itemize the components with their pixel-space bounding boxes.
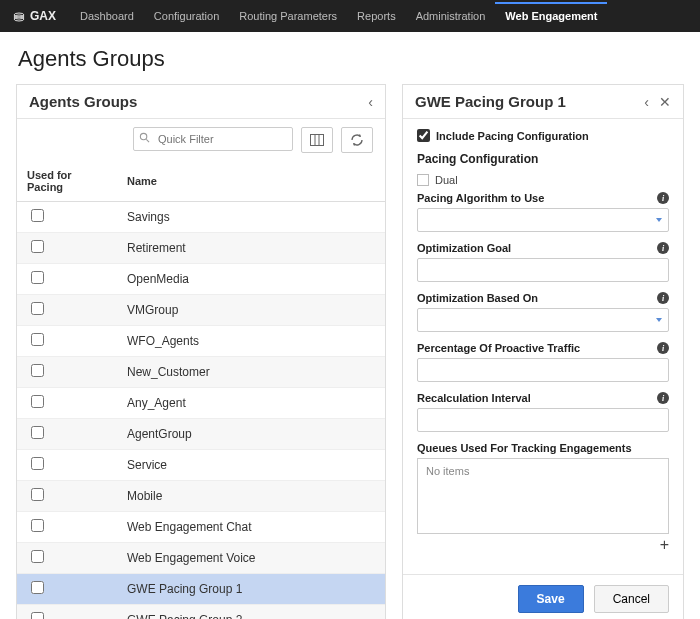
table-row[interactable]: Savings: [17, 202, 385, 233]
goal-input[interactable]: [417, 258, 669, 282]
table-row[interactable]: Service: [17, 450, 385, 481]
row-checkbox[interactable]: [31, 271, 44, 284]
pacing-group-panel: GWE Pacing Group 1 ‹ ✕ Include Pacing Co…: [402, 84, 684, 619]
row-name: New_Customer: [117, 357, 385, 388]
nav-links: DashboardConfigurationRouting Parameters…: [70, 2, 607, 30]
search-input[interactable]: [133, 127, 293, 151]
table-row[interactable]: New_Customer: [17, 357, 385, 388]
queues-empty-text: No items: [426, 465, 469, 477]
close-icon[interactable]: ✕: [659, 95, 671, 109]
goal-label: Optimization Goal: [417, 242, 511, 254]
brand: GAX: [12, 9, 56, 24]
row-name: VMGroup: [117, 295, 385, 326]
recalc-input[interactable]: [417, 408, 669, 432]
collapse-left-icon[interactable]: ‹: [368, 95, 373, 109]
dual-checkbox[interactable]: [417, 174, 429, 186]
row-checkbox[interactable]: [31, 364, 44, 377]
row-name: Web Engagement Voice: [117, 543, 385, 574]
search-icon: [139, 132, 150, 145]
svg-point-3: [140, 133, 146, 139]
row-name: Retirement: [117, 233, 385, 264]
nav-web-engagement[interactable]: Web Engagement: [495, 2, 607, 30]
table-row[interactable]: GWE Pacing Group 2: [17, 605, 385, 620]
table-row[interactable]: GWE Pacing Group 1: [17, 574, 385, 605]
row-name: OpenMedia: [117, 264, 385, 295]
percentage-label: Percentage Of Proactive Traffic: [417, 342, 580, 354]
add-queue-button[interactable]: +: [417, 534, 669, 558]
info-icon[interactable]: i: [657, 192, 669, 204]
svg-line-4: [146, 139, 149, 142]
collapse-right-icon[interactable]: ‹: [644, 95, 649, 109]
info-icon[interactable]: i: [657, 342, 669, 354]
based-on-select[interactable]: [417, 308, 669, 332]
row-name: Any_Agent: [117, 388, 385, 419]
table-row[interactable]: Web Engagement Voice: [17, 543, 385, 574]
row-name: AgentGroup: [117, 419, 385, 450]
row-checkbox[interactable]: [31, 550, 44, 563]
row-name: Savings: [117, 202, 385, 233]
brand-icon: [12, 10, 26, 24]
refresh-button[interactable]: [341, 127, 373, 153]
row-checkbox[interactable]: [31, 488, 44, 501]
dual-label: Dual: [435, 174, 458, 186]
row-name: GWE Pacing Group 2: [117, 605, 385, 620]
info-icon[interactable]: i: [657, 392, 669, 404]
pacing-config-heading: Pacing Configuration: [417, 152, 669, 166]
row-checkbox[interactable]: [31, 240, 44, 253]
table-row[interactable]: Web Engagement Chat: [17, 512, 385, 543]
recalc-label: Recalculation Interval: [417, 392, 531, 404]
percentage-input[interactable]: [417, 358, 669, 382]
svg-rect-5: [311, 135, 324, 146]
include-pacing-label: Include Pacing Configuration: [436, 130, 589, 142]
table-row[interactable]: Mobile: [17, 481, 385, 512]
table-row[interactable]: Any_Agent: [17, 388, 385, 419]
table-body: SavingsRetirementOpenMediaVMGroupWFO_Age…: [17, 202, 385, 620]
columns-icon: [310, 134, 324, 146]
col-name[interactable]: Name: [117, 161, 385, 202]
brand-text: GAX: [30, 9, 56, 23]
columns-button[interactable]: [301, 127, 333, 153]
row-checkbox[interactable]: [31, 209, 44, 222]
row-checkbox[interactable]: [31, 426, 44, 439]
row-checkbox[interactable]: [31, 612, 44, 619]
row-checkbox[interactable]: [31, 395, 44, 408]
info-icon[interactable]: i: [657, 292, 669, 304]
row-name: Service: [117, 450, 385, 481]
nav-dashboard[interactable]: Dashboard: [70, 2, 144, 30]
table-row[interactable]: AgentGroup: [17, 419, 385, 450]
right-panel-title: GWE Pacing Group 1: [415, 93, 566, 110]
nav-configuration[interactable]: Configuration: [144, 2, 229, 30]
page-title: Agents Groups: [0, 32, 700, 84]
queues-label: Queues Used For Tracking Engagements: [417, 442, 632, 454]
row-name: WFO_Agents: [117, 326, 385, 357]
table-row[interactable]: WFO_Agents: [17, 326, 385, 357]
agents-groups-panel: Agents Groups ‹ Used for Pacing: [16, 84, 386, 619]
refresh-icon: [350, 133, 364, 147]
table-row[interactable]: Retirement: [17, 233, 385, 264]
include-pacing-checkbox[interactable]: [417, 129, 430, 142]
col-used-for-pacing[interactable]: Used for Pacing: [17, 161, 117, 202]
info-icon[interactable]: i: [657, 242, 669, 254]
queues-box[interactable]: No items: [417, 458, 669, 534]
row-name: GWE Pacing Group 1: [117, 574, 385, 605]
row-checkbox[interactable]: [31, 333, 44, 346]
table-row[interactable]: OpenMedia: [17, 264, 385, 295]
based-on-label: Optimization Based On: [417, 292, 538, 304]
row-name: Web Engagement Chat: [117, 512, 385, 543]
cancel-button[interactable]: Cancel: [594, 585, 669, 613]
row-name: Mobile: [117, 481, 385, 512]
topnav: GAX DashboardConfigurationRouting Parame…: [0, 0, 700, 32]
algorithm-select[interactable]: [417, 208, 669, 232]
row-checkbox[interactable]: [31, 519, 44, 532]
algorithm-label: Pacing Algorithm to Use: [417, 192, 544, 204]
row-checkbox[interactable]: [31, 581, 44, 594]
nav-administration[interactable]: Administration: [406, 2, 496, 30]
nav-reports[interactable]: Reports: [347, 2, 406, 30]
save-button[interactable]: Save: [518, 585, 584, 613]
nav-routing-parameters[interactable]: Routing Parameters: [229, 2, 347, 30]
left-panel-title: Agents Groups: [29, 93, 137, 110]
row-checkbox[interactable]: [31, 302, 44, 315]
agents-groups-table: Used for Pacing Name SavingsRetirementOp…: [17, 161, 385, 619]
row-checkbox[interactable]: [31, 457, 44, 470]
table-row[interactable]: VMGroup: [17, 295, 385, 326]
